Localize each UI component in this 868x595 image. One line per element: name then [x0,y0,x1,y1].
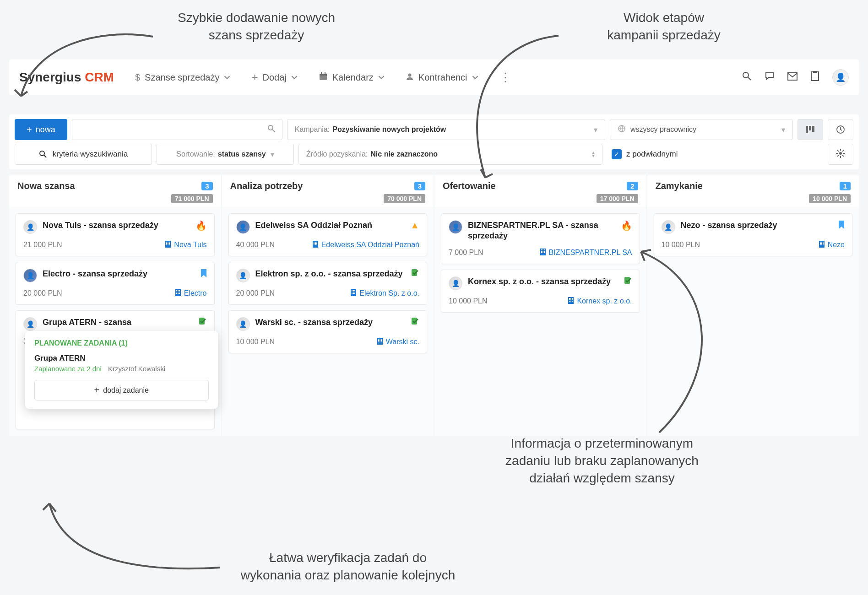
svg-point-4 [408,73,411,76]
svg-rect-110 [821,244,822,245]
campaign-label: Kampania: [295,125,330,134]
card-company-label: Elektron Sp. z o.o. [359,289,419,298]
criteria-button[interactable]: kryteria wyszukiwania [15,144,152,165]
svg-rect-106 [820,243,821,244]
card-amount: 7 000 PLN [449,249,483,257]
kanban-view-button[interactable] [797,119,823,140]
svg-rect-55 [316,243,317,244]
chat-icon[interactable] [765,71,775,84]
card-company-label: Nezo [828,241,845,249]
card-avatar: 👤 [449,220,462,234]
svg-rect-44 [179,292,180,292]
svg-rect-37 [169,244,170,245]
column-count-badge: 1 [840,182,851,190]
deal-card[interactable]: 👤 Nova Tuls - szansa sprzedaży 🔥 21 000 … [16,213,215,256]
annotation-stages: Widok etapówkampanii sprzedaży [559,9,769,44]
svg-point-17 [40,151,44,156]
svg-rect-46 [178,293,179,294]
svg-rect-51 [315,242,316,243]
sort-select[interactable]: Sortowanie: status szansy ▾ [157,144,294,165]
employees-select[interactable]: wszyscy pracownicy ▾ [610,119,793,140]
svg-rect-94 [570,298,571,299]
search-icon[interactable] [742,71,752,84]
history-view-button[interactable] [828,119,853,140]
annotation-overdue: Informacja o przeterminowanymzadaniu lub… [453,435,751,487]
popover-task-title: Grupa ATERN [34,354,209,363]
with-subordinates-checkbox[interactable]: ✓ z podwładnymi [607,144,790,165]
svg-rect-69 [354,293,355,294]
deal-card[interactable]: 👤 Electro - szansa sprzedaży 20 000 PLN … [16,262,215,305]
source-label: Źródło pozyskania: [306,150,368,158]
deal-card[interactable]: 👤 Warski sc. - szansa sprzedaży 10 000 P… [228,310,428,353]
building-icon [312,240,319,248]
nav-calendar[interactable]: Kalendarz [319,72,385,83]
svg-rect-30 [168,242,168,243]
new-chance-button[interactable]: + nowa [15,119,67,140]
column-count-badge: 3 [201,182,212,190]
clipboard-icon[interactable] [810,70,819,84]
column-sum-badge: 10 000 PLN [809,194,851,203]
card-company-link[interactable]: Elektron Sp. z o.o. [350,289,419,298]
svg-rect-67 [352,293,353,294]
fire-icon: 🔥 [621,220,632,231]
arrow-icon [613,247,742,439]
deal-card[interactable]: 👤 Grupa ATERN - szansa 3 PLANOWANE ZADAN… [16,310,215,429]
deal-card[interactable]: 👤 Elektron sp. z o.o. - szansa sprzedaży… [228,262,428,305]
tasks-popover: PLANOWANE ZADANIA (1) Grupa ATERN Zaplan… [25,331,218,409]
svg-rect-40 [178,290,179,291]
user-avatar[interactable]: 👤 [832,69,849,86]
svg-rect-98 [572,299,573,300]
svg-rect-62 [353,290,354,291]
svg-rect-32 [166,243,167,244]
card-amount: 10 000 PLN [449,297,488,305]
svg-rect-85 [541,251,542,252]
checkbox-checked-icon: ✓ [612,149,622,159]
add-task-button[interactable]: + dodaj zadanie [34,380,209,400]
card-company-link[interactable]: Nezo [819,240,845,249]
new-chance-label: nowa [36,125,55,135]
nav-add[interactable]: + Dodaj [251,71,297,84]
deal-card[interactable]: 👤 Edelweiss SA Oddział Poznań ▲ 40 000 P… [228,213,428,256]
svg-rect-87 [544,251,545,252]
card-title: Kornex sp. z o.o. - szansa sprzedaży [468,276,611,287]
deal-card[interactable]: 👤 BIZNESPARTNER.PL SA - szansa sprzedaży… [441,213,640,264]
building-icon [819,240,825,248]
card-avatar: 👤 [236,317,250,331]
svg-rect-13 [806,126,808,133]
column-body: 👤 Edelweiss SA Oddział Poznań ▲ 40 000 P… [222,207,434,360]
settings-button[interactable] [828,144,853,165]
card-company-link[interactable]: Warski sc. [377,337,419,346]
svg-line-27 [842,150,844,151]
plus-icon: + [94,385,100,395]
search-box[interactable] [72,119,282,140]
svg-rect-56 [314,244,315,245]
svg-rect-109 [820,244,821,245]
svg-rect-88 [541,252,542,253]
card-company-link[interactable]: Nova Tuls [165,240,206,249]
svg-line-6 [748,77,751,80]
mail-icon[interactable] [787,71,797,83]
column-header: Analiza potrzeby 3 70 000 PLN [222,174,434,207]
card-amount: 40 000 PLN [236,241,275,249]
annotation-tasks: Łatwa weryfikacja zadań dowykonania oraz… [174,549,522,584]
search-input[interactable] [79,125,267,134]
person-icon [406,72,414,83]
svg-rect-29 [166,242,167,243]
svg-rect-39 [176,290,177,291]
card-amount: 10 000 PLN [236,338,275,346]
card-company-link[interactable]: Electro [175,289,207,298]
svg-point-10 [268,125,273,130]
svg-line-11 [272,130,275,132]
svg-rect-80 [381,341,382,342]
svg-rect-65 [353,292,354,292]
caret-icon: ▾ [271,150,274,159]
svg-rect-76 [380,340,380,341]
svg-rect-75 [378,340,379,341]
column-title: Zamykanie [656,181,703,191]
sort-value: status szansy [218,150,266,158]
card-company-link[interactable]: Edelweiss SA Oddział Poznań [312,240,419,249]
svg-rect-31 [169,242,170,243]
deal-card[interactable]: 👤 Kornex sp. z o.o. - szansa sprzedaży 1… [441,270,640,313]
popover-assignee: Krzysztof Kowalski [108,365,165,373]
svg-rect-74 [381,339,382,340]
